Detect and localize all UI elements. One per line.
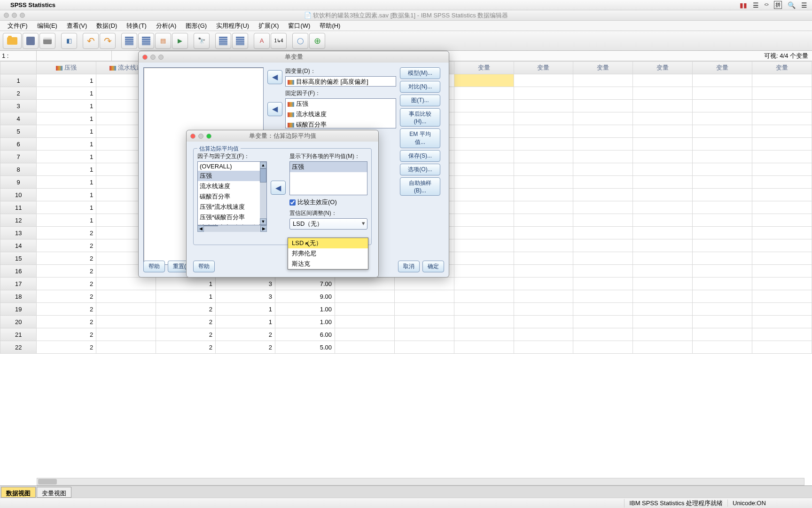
recall-dialog-button[interactable]: ◧ <box>61 33 77 49</box>
fixed-factors-list[interactable]: 压强流水线速度碳酸百分率 <box>285 98 396 128</box>
menu-item[interactable]: 查看(V) <box>62 22 92 30</box>
table-row[interactable]: 182139.00 <box>0 290 812 303</box>
list-item[interactable]: 碳酸百分率 <box>198 191 260 202</box>
display-means-list[interactable]: 压强 <box>289 161 367 195</box>
move-to-fixed-button[interactable]: ◀ <box>267 102 282 116</box>
data-view-tab[interactable]: 数据视图 <box>1 487 36 498</box>
wifi-icon[interactable]: ⌔ <box>765 1 768 9</box>
window-traffic-lights[interactable] <box>4 13 25 18</box>
app-name[interactable]: SPSS Statistics <box>10 1 55 8</box>
redo-button[interactable]: ↷ <box>100 33 116 49</box>
menu-item[interactable]: 扩展(X) <box>254 22 283 30</box>
em-means-title: 单变量：估算边际平均值 <box>187 130 378 142</box>
view-tabs: 数据视图 变量视图 <box>0 485 812 498</box>
print-button[interactable] <box>39 33 55 49</box>
variable-view-tab[interactable]: 变量视图 <box>37 487 71 498</box>
compare-main-effects-checkbox[interactable] <box>289 199 296 206</box>
goto-case-button[interactable] <box>121 33 137 49</box>
dropdown-option[interactable]: 邦弗伦尼 <box>288 248 368 259</box>
list-hscrollbar[interactable]: ◀▶ <box>197 225 267 232</box>
side-button[interactable]: EM 平均值... <box>400 128 440 148</box>
control-center-icon[interactable]: ☰ <box>801 1 807 9</box>
list-item[interactable]: 压强 <box>286 99 396 109</box>
menu-item[interactable]: 帮助(H) <box>315 22 345 30</box>
dependent-field[interactable]: 目标高度的偏差 [高度偏差] <box>285 76 396 87</box>
ci-adjust-dropdown[interactable]: LSD（无）邦弗伦尼斯达克 <box>288 238 368 270</box>
menu-item[interactable]: 编辑(E) <box>32 22 62 30</box>
side-button-panel: 模型(M)...对比(N)...图(T)...事后比较(H)...EM 平均值.… <box>400 67 444 265</box>
list-item[interactable]: 碳酸百分率 <box>286 119 396 130</box>
dropdown-option[interactable]: LSD（无） <box>288 238 368 248</box>
univariate-cancel-button[interactable]: 取消 <box>398 261 420 272</box>
univariate-help-button[interactable]: 帮助 <box>143 261 165 272</box>
menu-item[interactable]: 实用程序(U) <box>211 22 254 30</box>
table-row[interactable]: 192211.00 <box>0 303 812 316</box>
input-method[interactable]: 拼 <box>774 1 782 9</box>
display-means-label: 显示下列各项的平均值(M)： <box>289 152 367 160</box>
unicode-status: Unicode:ON <box>727 500 784 507</box>
list-item[interactable]: (OVERALL) <box>198 162 260 171</box>
spotlight-icon[interactable]: 🔍 <box>788 1 796 9</box>
open-button[interactable] <box>3 33 22 49</box>
menu-item[interactable]: 文件(F) <box>3 22 32 30</box>
side-button[interactable]: 模型(M)... <box>400 67 440 79</box>
list-item[interactable]: 压强 <box>290 162 367 172</box>
menu-item[interactable]: 数据(D) <box>92 22 122 30</box>
list-vscrollbar[interactable]: ▲▼ <box>260 162 266 225</box>
battery-icon[interactable]: ▮▮ <box>740 1 747 9</box>
app-menu: 文件(F)编辑(E)查看(V)数据(D)转换(T)分析(A)图形(G)实用程序(… <box>0 21 812 31</box>
menubar-right: ▮▮ ☰ ⌔ 拼 🔍 ☰ <box>740 1 807 9</box>
insert-var-button[interactable] <box>232 33 248 49</box>
table-row[interactable]: 222225.00 <box>0 341 812 354</box>
variables-button[interactable]: ▤ <box>155 33 171 49</box>
factors-interactions-list[interactable]: (OVERALL)压强流水线速度碳酸百分率压强*流水线速度压强*碳酸百分率流水线… <box>197 161 267 225</box>
find-button[interactable]: 🔭 <box>194 33 210 49</box>
value-labels-button[interactable]: ⊕ <box>309 33 325 49</box>
table-row[interactable]: 212226.00 <box>0 328 812 341</box>
undo-button[interactable]: ↶ <box>83 33 99 49</box>
split-file-button[interactable]: A <box>254 33 270 49</box>
fixed-factors-label: 固定因子(F)： <box>285 89 396 97</box>
menu-item[interactable]: 转换(T) <box>122 22 151 30</box>
side-button[interactable]: 对比(N)... <box>400 81 440 93</box>
list-item[interactable]: 流水线速度 <box>286 109 396 119</box>
menu-item[interactable]: 窗口(W) <box>283 22 315 30</box>
dock-icon[interactable]: ☰ <box>753 1 759 9</box>
em-help-button[interactable]: 帮助 <box>193 261 215 272</box>
list-item[interactable]: 流水线速度 <box>198 181 260 191</box>
menu-item[interactable]: 图形(G) <box>181 22 211 30</box>
table-row[interactable]: 202211.00 <box>0 316 812 328</box>
ci-adjust-label: 置信区间调整(N)： <box>289 209 367 217</box>
toolbar: ◧ ↶ ↷ ▤ ▶ 🔭 A 1↳4 ◯ ⊕ <box>0 31 812 51</box>
window-titlebar: 📄 软饮料的罐装3独立因素.sav [数据集1] - IBM SPSS Stat… <box>0 10 812 21</box>
list-item[interactable]: 流水线速度*碳酸百分率 <box>198 222 260 225</box>
weight-button[interactable]: 1↳4 <box>271 33 287 49</box>
univariate-ok-button[interactable]: 确定 <box>422 261 444 272</box>
side-button[interactable]: 保存(S)... <box>400 150 440 162</box>
side-button[interactable]: 事后比较(H)... <box>400 108 440 127</box>
goto-var-button[interactable] <box>138 33 154 49</box>
list-item[interactable]: 压强*碳酸百分率 <box>198 212 260 222</box>
run-button[interactable]: ▶ <box>172 33 188 49</box>
factors-interactions-label: 因子与因子交互(F)： <box>197 152 267 160</box>
compare-main-effects-label: 比较主效应(O) <box>297 198 337 206</box>
status-bar: IBM SPSS Statistics 处理程序就绪 Unicode:ON <box>0 498 812 508</box>
side-button[interactable]: 选项(O)... <box>400 164 440 175</box>
side-button[interactable]: 图(T)... <box>400 95 440 106</box>
move-to-dependent-button[interactable]: ◀ <box>267 70 282 84</box>
ci-adjust-combo[interactable]: LSD（无） <box>289 218 367 230</box>
table-row[interactable]: 172137.00 <box>0 278 812 290</box>
active-cell-value[interactable] <box>37 51 112 61</box>
move-to-display-button[interactable]: ◀ <box>271 181 286 195</box>
select-cases-button[interactable]: ◯ <box>292 33 308 49</box>
window-title: 软饮料的罐装3独立因素.sav [数据集1] - IBM SPSS Statis… <box>313 11 508 20</box>
insert-cases-button[interactable] <box>215 33 231 49</box>
dropdown-option[interactable]: 斯达克 <box>288 259 368 269</box>
side-button[interactable]: 自助抽样(B)... <box>400 177 440 196</box>
list-item[interactable]: 压强*流水线速度 <box>198 202 260 212</box>
list-item[interactable]: 压强 <box>198 171 260 181</box>
dependent-label: 因变量(D)： <box>285 67 396 75</box>
menu-item[interactable]: 分析(A) <box>151 22 181 30</box>
save-button[interactable] <box>23 33 39 49</box>
grid-hscrollbar[interactable] <box>37 478 804 485</box>
